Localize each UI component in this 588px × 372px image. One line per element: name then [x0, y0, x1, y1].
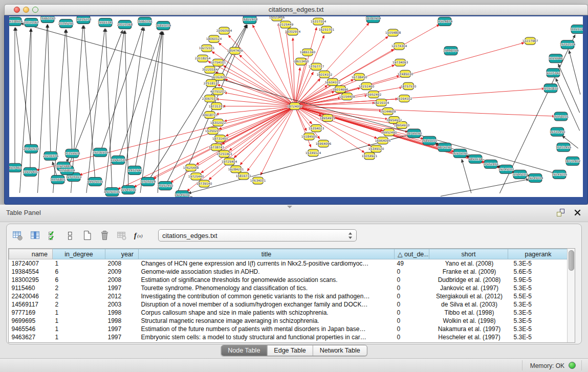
- graph-edge: [67, 30, 72, 149]
- graph-node-label: 17625448: [183, 166, 199, 169]
- citation-network-graph[interactable]: 1872400722060584180601241927210118547409…: [9, 16, 583, 197]
- window-titlebar[interactable]: citations_edges.txt: [4, 4, 588, 15]
- table-cell: 0: [395, 268, 429, 276]
- table-cell: Nakamura et al. (1997): [429, 325, 508, 333]
- column-header-year[interactable]: year: [105, 249, 139, 259]
- graph-edge: [208, 61, 291, 104]
- graph-node-label: 12505124: [140, 180, 156, 183]
- table-cell: 1: [53, 333, 105, 341]
- table-row[interactable]: 911546021997Tourette syndrome. Phenomeno…: [9, 284, 569, 292]
- table-cell: 5.3E-5: [508, 284, 569, 292]
- row-height-icon[interactable]: [64, 229, 75, 242]
- table-cell: 0: [395, 317, 429, 325]
- table-row[interactable]: 1938455462009Genome-wide association stu…: [9, 268, 569, 276]
- close-window-button[interactable]: [14, 7, 20, 13]
- table-row[interactable]: 1456911722003Disruption of a novel membe…: [9, 300, 569, 309]
- table-row[interactable]: 946362711997Embryonic stem cells: a mode…: [9, 333, 569, 341]
- table-cell: 9465546: [9, 325, 53, 333]
- graph-node-label: 23067113: [202, 97, 218, 100]
- graph-node-label: 19245014: [528, 176, 543, 180]
- graph-node-label: 11121314: [570, 27, 583, 31]
- memory-status-icon[interactable]: [569, 362, 576, 369]
- table-cell: 2008: [105, 259, 139, 268]
- table-cell: 9699695: [9, 317, 53, 325]
- table-cell: 0: [395, 333, 429, 341]
- graph-node-label: 9129946: [549, 56, 563, 60]
- column-header-in_degree[interactable]: in_degree: [53, 249, 105, 259]
- table-row[interactable]: 946554611997Estimation of the future num…: [9, 325, 569, 333]
- scrollbar-thumb[interactable]: [569, 250, 574, 271]
- graph-node-label: 20021068: [117, 23, 133, 26]
- graph-node-label: 15958101: [553, 115, 569, 118]
- graph-node-label: 17767717: [309, 64, 324, 68]
- column-header-out_de[interactable]: △ out_de…: [395, 249, 429, 259]
- graph-node-label: 21568019: [59, 168, 75, 172]
- table-vertical-scrollbar[interactable]: [567, 249, 575, 342]
- table-selector-dropdown[interactable]: citations_edges.txt: [158, 229, 357, 242]
- graph-edge: [69, 30, 123, 166]
- graph-node-label: 42751212: [210, 90, 226, 93]
- table-cell: 0: [395, 300, 429, 309]
- column-header-short[interactable]: short: [429, 249, 508, 259]
- graph-node-label: 18613450: [293, 59, 309, 63]
- graph-node-label: 15054921: [362, 154, 378, 158]
- table-row[interactable]: 2242004622012Investigating the contribut…: [9, 292, 569, 300]
- graph-node-label: 16162615: [211, 75, 227, 79]
- delete-column-icon[interactable]: [116, 229, 127, 242]
- column-header-title[interactable]: title: [139, 249, 395, 259]
- node-table: namein_degreeyeartitle△ out_de…shortpage…: [8, 248, 575, 343]
- split-collapse-handle[interactable]: [287, 206, 292, 208]
- table-cell: 5.3E-5: [508, 309, 569, 317]
- close-panel-icon[interactable]: [573, 208, 582, 217]
- column-header-name[interactable]: name: [9, 249, 53, 259]
- select-rows-icon[interactable]: [47, 229, 58, 242]
- zoom-window-button[interactable]: [32, 7, 38, 13]
- table-row[interactable]: 969969511998Structural magnetic resonanc…: [9, 317, 569, 325]
- tab-edge-table[interactable]: Edge Table: [267, 345, 312, 356]
- table-cell: 2012: [105, 292, 139, 300]
- graph-node-label: 19245015: [552, 172, 568, 176]
- table-settings-icon[interactable]: [12, 229, 23, 242]
- network-canvas[interactable]: 1872400722060584180601241927210118547409…: [9, 16, 583, 197]
- table-cell: 19384554: [9, 268, 53, 276]
- tab-node-table[interactable]: Node Table: [221, 345, 267, 356]
- graph-node-label: 17952450: [158, 184, 173, 187]
- table-cell: 1998: [105, 309, 139, 317]
- graph-node-label: 15960750: [40, 16, 56, 20]
- table-row[interactable]: 977716911998Corpus callosum shape and si…: [9, 309, 569, 317]
- graph-node-label: 20160532: [24, 147, 39, 150]
- delete-table-icon[interactable]: [99, 229, 110, 242]
- graph-node-label: 11156801: [50, 178, 66, 181]
- svg-text:f: f: [134, 232, 137, 239]
- graph-edge: [16, 28, 31, 145]
- minimize-window-button[interactable]: [23, 7, 29, 13]
- column-chooser-icon[interactable]: [29, 229, 40, 242]
- graph-node-label: 17914874: [437, 19, 453, 23]
- function-builder-icon[interactable]: f(x): [134, 229, 145, 242]
- column-header-pagerank[interactable]: pagerank: [508, 249, 569, 259]
- graph-node-label: 17485030: [398, 72, 413, 76]
- table-row[interactable]: 1872400712008Changes of HCN gene express…: [9, 259, 569, 268]
- table-cell: 1997: [105, 284, 139, 292]
- table-cell: Yano et al. (2008): [429, 259, 508, 268]
- graph-node-label: 19725404: [222, 160, 237, 163]
- table-cell: 18724007: [9, 259, 53, 268]
- graph-node-label: 13942737: [111, 158, 126, 162]
- table-cell: 18300295: [9, 276, 53, 284]
- table-cell: 9463627: [9, 333, 53, 341]
- graph-edge: [224, 107, 291, 121]
- table-cell: 2: [53, 284, 105, 292]
- new-table-icon[interactable]: [81, 229, 93, 242]
- graph-edge: [48, 25, 51, 152]
- table-cell: Dudbridge et al. (2008): [429, 276, 508, 284]
- table-cell: de Silva et al. (2003): [429, 300, 508, 309]
- graph-node-label: 18731402: [565, 159, 581, 163]
- table-row[interactable]: 1830029562008Estimation of significance …: [9, 276, 569, 284]
- graph-node-label: 16891204: [156, 24, 171, 27]
- table-cell: 49: [395, 259, 429, 268]
- float-panel-icon[interactable]: [556, 208, 565, 217]
- graph-edge: [158, 32, 163, 193]
- tab-network-table[interactable]: Network Table: [313, 345, 367, 356]
- graph-node-label: 19861340: [300, 50, 316, 54]
- graph-node-label: 19734093: [393, 60, 408, 64]
